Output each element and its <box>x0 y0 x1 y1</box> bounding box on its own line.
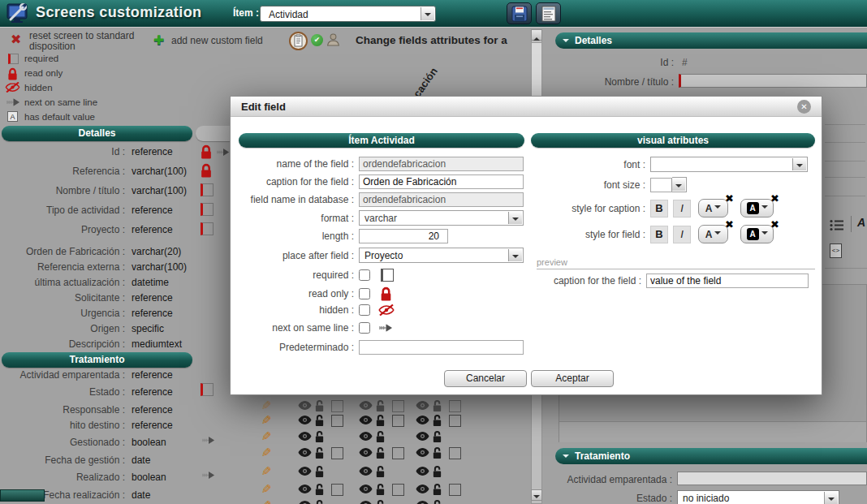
reset-screen-button[interactable]: reset screen to standard disposition <box>29 31 134 52</box>
open-lock-icon[interactable] <box>432 430 442 443</box>
eye-icon[interactable] <box>298 485 312 493</box>
open-lock-icon[interactable] <box>432 399 442 412</box>
font-size-dropdown[interactable] <box>672 177 687 192</box>
confirm-check-icon[interactable]: ✔ <box>311 34 323 46</box>
clear-color-icon[interactable]: ✖ <box>725 192 734 205</box>
left-panel-tratamiento-header[interactable]: Tratamiento <box>2 352 192 368</box>
open-lock-icon[interactable] <box>314 430 325 443</box>
required-checkbox[interactable] <box>331 447 343 459</box>
caption-italic-button[interactable]: I <box>673 200 691 218</box>
open-lock-icon[interactable] <box>432 499 442 504</box>
open-lock-icon[interactable] <box>375 499 386 504</box>
open-lock-icon[interactable] <box>375 446 386 459</box>
field-row[interactable]: Descripción :mediumtext <box>0 337 192 352</box>
required-checkbox[interactable] <box>449 400 461 412</box>
add-custom-field-button[interactable]: add new custom field <box>171 35 263 46</box>
eye-icon[interactable] <box>359 401 373 410</box>
place-select-arrow-button[interactable] <box>508 249 522 261</box>
field-row[interactable]: Tipo de actividad :reference <box>0 201 192 221</box>
left-panel-detalles-header[interactable]: Detalles <box>2 126 192 141</box>
pencil-icon[interactable]: ✎ <box>261 446 272 460</box>
eye-icon[interactable] <box>359 485 373 493</box>
scroll-down-button[interactable] <box>531 489 542 501</box>
field-row[interactable]: Proyecto :reference <box>0 221 192 240</box>
item-select-arrow-button[interactable] <box>421 7 434 20</box>
eye-icon[interactable] <box>298 501 312 504</box>
open-lock-icon[interactable] <box>432 414 442 427</box>
clear-highlight-icon[interactable]: ✖ <box>770 192 779 205</box>
open-lock-icon[interactable] <box>432 446 442 459</box>
eye-icon[interactable] <box>416 416 429 424</box>
open-lock-icon[interactable] <box>314 446 325 459</box>
list-icon[interactable] <box>830 219 844 231</box>
item-select[interactable]: Actividad <box>260 6 436 22</box>
eye-icon[interactable] <box>359 416 373 424</box>
field-text-color-button[interactable]: A ✖ <box>698 225 728 243</box>
eye-icon[interactable] <box>359 467 373 476</box>
open-lock-icon[interactable] <box>314 399 325 412</box>
field-highlight-color-button[interactable]: A ✖ <box>740 225 774 243</box>
eye-icon[interactable] <box>416 401 429 410</box>
open-lock-icon[interactable] <box>314 483 325 496</box>
field-row[interactable]: Origen :specific <box>0 321 192 337</box>
horizontal-scrollbar-thumb[interactable] <box>0 489 45 502</box>
eye-icon[interactable] <box>359 501 373 504</box>
user-icon[interactable] <box>326 32 340 46</box>
open-lock-icon[interactable] <box>314 465 325 478</box>
eye-icon[interactable] <box>298 448 312 457</box>
required-checkbox[interactable] <box>449 484 461 496</box>
right-panel-detalles-header[interactable]: Detalles <box>555 32 867 49</box>
field-row[interactable]: Nombre / título :varchar(100) <box>0 182 192 201</box>
pencil-icon[interactable]: ✎ <box>261 413 272 428</box>
predeterminado-input[interactable] <box>359 340 524 355</box>
open-lock-icon[interactable] <box>375 465 386 478</box>
clipboard-icon[interactable] <box>289 32 308 50</box>
required-checkbox[interactable] <box>331 484 343 496</box>
field-row[interactable]: Referencia externa :varchar(100) <box>0 260 192 275</box>
eye-icon[interactable] <box>298 416 312 424</box>
open-lock-icon[interactable] <box>432 483 442 496</box>
field-italic-button[interactable]: I <box>673 226 691 243</box>
required-checkbox[interactable] <box>331 415 343 427</box>
field-row[interactable]: Actividad emparentada :reference <box>0 368 192 383</box>
open-lock-icon[interactable] <box>375 483 386 496</box>
clear-highlight-icon[interactable]: ✖ <box>770 218 779 230</box>
eye-icon[interactable] <box>359 432 373 441</box>
eye-icon[interactable] <box>416 467 429 476</box>
field-row[interactable]: Realizado :boolean <box>0 468 192 488</box>
source-code-icon[interactable]: <> <box>830 243 842 258</box>
eye-icon[interactable] <box>298 401 312 410</box>
caption-for-field-input[interactable] <box>359 174 524 189</box>
required-checkbox[interactable] <box>449 415 461 427</box>
font-size-arrow-button[interactable] <box>671 179 685 191</box>
field-row[interactable]: Id :reference <box>0 143 192 162</box>
field-row[interactable]: última actualización :datetime <box>0 275 192 291</box>
field-bold-button[interactable]: B <box>650 226 668 243</box>
save-screen-button[interactable] <box>507 2 532 24</box>
eye-icon[interactable] <box>359 448 373 457</box>
eye-icon[interactable] <box>416 485 429 493</box>
hidden-checkbox[interactable] <box>359 304 370 316</box>
right-panel-tratamiento-header[interactable]: Tratamiento <box>555 448 867 464</box>
required-checkbox[interactable] <box>359 269 370 281</box>
eye-icon[interactable] <box>298 467 312 476</box>
field-row[interactable]: Solicitante :reference <box>0 291 192 306</box>
preview-caption-input[interactable] <box>646 274 809 288</box>
estado-select-arrow-button[interactable] <box>824 492 838 504</box>
open-lock-icon[interactable] <box>375 414 386 427</box>
required-checkbox[interactable] <box>392 447 404 459</box>
pencil-icon[interactable]: ✎ <box>261 429 272 444</box>
nombre-input[interactable] <box>679 74 867 88</box>
scroll-up-button[interactable] <box>531 29 542 41</box>
pencil-icon[interactable]: ✎ <box>261 464 272 479</box>
field-row[interactable]: Responsable :reference <box>0 403 192 418</box>
form-preview-button[interactable] <box>536 2 561 24</box>
font-select-arrow-button[interactable] <box>792 158 806 170</box>
field-row[interactable]: Gestionado :boolean <box>0 433 192 453</box>
clear-color-icon[interactable]: ✖ <box>725 218 734 230</box>
font-select[interactable] <box>650 157 808 172</box>
accept-button[interactable]: Aceptar <box>531 370 614 387</box>
pencil-icon[interactable]: ✎ <box>261 482 272 497</box>
readonly-checkbox[interactable] <box>359 288 370 299</box>
dialog-title-bar[interactable]: Edit field ✕ <box>231 97 822 117</box>
